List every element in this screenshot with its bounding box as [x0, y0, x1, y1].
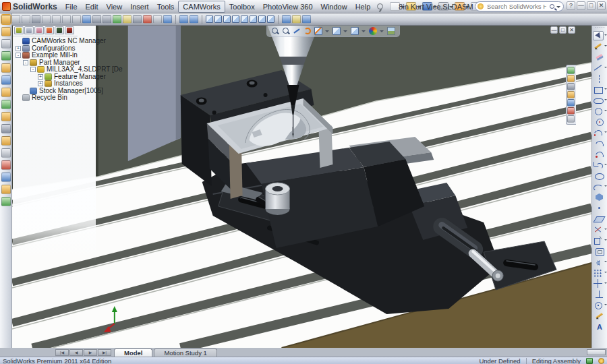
menu-file[interactable]: File	[61, 1, 82, 12]
zoom-to-fit-icon[interactable]	[271, 27, 279, 35]
camworks-tool-8-icon[interactable]	[1, 100, 11, 109]
doc-close-button[interactable]: ✕	[568, 26, 575, 34]
tree-item-recycle-bin[interactable]: Recycle Bin	[13, 94, 96, 102]
polygon-tool-icon[interactable]	[594, 193, 605, 202]
dimxpertmanager-tab[interactable]	[45, 26, 54, 34]
curvature-icon[interactable]	[282, 15, 291, 24]
view-palette-icon[interactable]	[567, 99, 575, 107]
featuremanager-design-tree-tab[interactable]	[14, 26, 24, 34]
collapse-box[interactable]: -	[23, 60, 28, 65]
solidworks-resources-icon[interactable]	[567, 67, 575, 74]
display-style-icon[interactable]	[351, 27, 359, 35]
camworks-tool-2-icon[interactable]	[1, 27, 11, 36]
expand-box[interactable]: +	[38, 74, 43, 80]
circle-tool-icon[interactable]	[593, 107, 604, 116]
tab-motion-study-1[interactable]: Motion Study 1	[154, 348, 216, 357]
centerpoint-arc-tool-icon[interactable]	[593, 128, 604, 138]
pan-cross-icon[interactable]	[190, 15, 198, 24]
view-back-icon[interactable]	[214, 16, 222, 23]
display-style-caret[interactable]	[362, 30, 366, 34]
camworks-tool-1-icon[interactable]	[1, 15, 11, 24]
camworks-tool-7-icon[interactable]	[1, 88, 11, 97]
centerline-tool-icon[interactable]	[594, 74, 605, 84]
view-isometric-icon[interactable]	[258, 16, 266, 23]
slot-tool-icon[interactable]	[593, 96, 604, 105]
camworks-tool-6-icon[interactable]	[1, 75, 11, 85]
camworks-operation-tree-tab[interactable]	[65, 26, 74, 34]
view-orientation-icon[interactable]	[333, 27, 341, 35]
collapse-box[interactable]: -	[30, 67, 36, 72]
document-icon[interactable]	[11, 15, 20, 24]
film-strip-icon[interactable]	[92, 15, 101, 24]
view-orientation-caret[interactable]	[343, 30, 347, 34]
tree-item-instances[interactable]: + Instances	[13, 80, 96, 88]
horizontal-scrollbar[interactable]	[587, 349, 606, 355]
three-point-arc-tool-icon[interactable]	[594, 150, 605, 159]
previous-view-icon[interactable]	[293, 27, 301, 35]
web-globe-icon[interactable]	[113, 15, 121, 24]
move-entities-icon[interactable]	[593, 279, 604, 289]
design-library-icon[interactable]	[567, 75, 575, 82]
plane-tool-icon[interactable]	[594, 214, 605, 224]
monitor-icon[interactable]	[133, 15, 142, 24]
menu-toolbox[interactable]: Toolbox	[225, 1, 259, 12]
appearances-scenes-icon[interactable]	[567, 107, 575, 115]
restore-button[interactable]: □	[587, 1, 596, 10]
camworks-tool-9-icon[interactable]	[1, 112, 11, 121]
minimize-button[interactable]: —	[577, 1, 585, 10]
view-right-icon[interactable]	[232, 16, 239, 23]
propertymanager-tab[interactable]	[24, 26, 34, 34]
trim-entities-icon[interactable]	[593, 225, 604, 235]
quick-tips-icon[interactable]	[586, 358, 593, 364]
help-bubble-icon[interactable]	[163, 15, 172, 24]
search-tab-icon[interactable]	[567, 91, 575, 98]
expand-box[interactable]: +	[16, 46, 21, 51]
tab-nav-last[interactable]: ▶|	[98, 349, 111, 356]
offset-entities-icon[interactable]	[594, 247, 605, 256]
tab-model[interactable]: Model	[114, 348, 152, 357]
menu-camworks[interactable]: CAMWorks	[178, 1, 225, 13]
doc-restore-button[interactable]: □	[559, 26, 567, 34]
configurationmanager-tab[interactable]	[34, 26, 44, 34]
tree-item-mill3ax-part[interactable]: - MILL3AX_4.SLDPRT [De	[13, 66, 96, 73]
flagged-document-icon[interactable]	[143, 15, 152, 24]
section-view-icon[interactable]	[314, 27, 322, 35]
scales-icon[interactable]	[302, 15, 311, 24]
search-box[interactable]	[475, 1, 564, 11]
view-trimetric-icon[interactable]	[267, 16, 274, 23]
camworks-feature-tree-tab[interactable]	[55, 26, 64, 34]
film-strip-2-icon[interactable]	[103, 15, 111, 24]
camworks-tool-16-icon[interactable]	[1, 197, 11, 206]
menu-insert[interactable]: Insert	[126, 1, 153, 12]
view-bottom-icon[interactable]	[250, 16, 257, 23]
sketch-text-icon[interactable]: A	[594, 322, 605, 332]
menu-help[interactable]: Help	[351, 1, 375, 12]
doc-minimize-button[interactable]: —	[550, 26, 558, 34]
section-view-caret[interactable]	[325, 30, 329, 34]
sketch-tool-icon[interactable]	[593, 42, 604, 51]
clipboard-icon[interactable]	[42, 15, 51, 24]
camworks-tool-4-icon[interactable]	[1, 51, 11, 61]
tab-nav-next[interactable]: ▶	[84, 349, 97, 356]
tree-item-example-mill-in[interactable]: - Example Mill-in	[13, 52, 96, 59]
sketch-picture-icon[interactable]	[594, 311, 605, 321]
camworks-tool-12-icon[interactable]	[1, 148, 11, 158]
select-tool-icon[interactable]	[593, 31, 604, 40]
line-tool-icon[interactable]	[593, 63, 604, 73]
scene-icon[interactable]	[387, 27, 395, 35]
label-a1-icon[interactable]	[62, 15, 71, 24]
zoom-to-area-icon[interactable]	[282, 27, 290, 35]
quick-snaps-icon[interactable]	[593, 301, 604, 310]
tools-x-icon[interactable]	[153, 15, 162, 24]
tangent-arc-tool-icon[interactable]	[594, 139, 605, 148]
custom-properties-icon[interactable]	[567, 115, 575, 123]
tag-icon[interactable]	[598, 358, 604, 364]
convert-entities-icon[interactable]	[593, 236, 604, 245]
sketch-eraser-icon[interactable]	[594, 53, 605, 62]
window-blue-icon[interactable]	[82, 15, 91, 24]
search-icon[interactable]	[550, 4, 554, 9]
menu-window[interactable]: Window	[317, 1, 351, 12]
camworks-tool-15-icon[interactable]	[1, 185, 11, 194]
search-input[interactable]	[486, 2, 548, 11]
camworks-tool-11-icon[interactable]	[1, 136, 11, 146]
